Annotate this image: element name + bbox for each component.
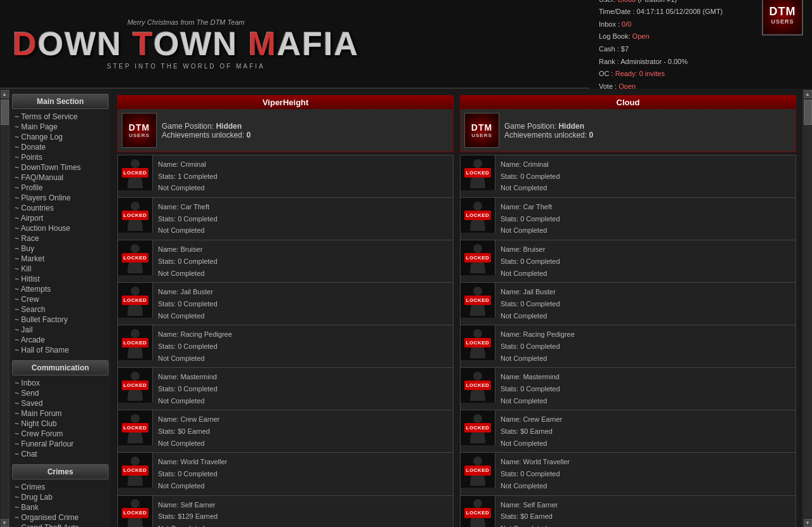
inbox-link[interactable]: 0/0 — [622, 20, 631, 28]
ach-status: Not Completed — [158, 480, 227, 492]
sidebar-link-comm[interactable]: ~ Funeral Parlour — [10, 439, 111, 449]
achievement-info: Name: Self EarnerStats: $129 EarnedNot C… — [153, 496, 223, 528]
header-dtm-badge: DTM USERS — [762, 0, 803, 36]
achievement-info: Name: MastermindStats: 0 CompletedNot Co… — [153, 368, 223, 410]
sidebar-link-main[interactable]: ~ Attempts — [10, 284, 111, 294]
oc-line: OC : Ready: 0 invites — [599, 68, 756, 80]
player-header-0: ViperHeight DTM USERS Game Position: Hid… — [117, 95, 454, 152]
sidebar-link-crime[interactable]: ~ Crimes — [10, 482, 111, 492]
ach-stats: Stats: $0 Earned — [501, 511, 558, 523]
sidebar-link-main[interactable]: ~ Countries — [10, 203, 111, 213]
sidebar-link-comm[interactable]: ~ Night Club — [10, 419, 111, 429]
achievement-row: LOCKEDName: World TravellerStats: 0 Comp… — [117, 453, 454, 495]
user-position: (Position #1) — [638, 0, 677, 3]
sidebar-link-crime[interactable]: ~ Bank — [10, 502, 111, 512]
right-scroll-thumb[interactable] — [804, 100, 812, 125]
sidebar-link-main[interactable]: ~ Kill — [10, 264, 111, 274]
achievement-row: LOCKEDName: Crew EarnerStats: $0 EarnedN… — [460, 410, 796, 453]
achievement-info: Name: BruiserStats: 0 CompletedNot Compl… — [153, 240, 223, 282]
right-scroll-down[interactable]: ▼ — [804, 519, 812, 527]
ach-name: Name: World Traveller — [158, 456, 227, 468]
sidebar-link-main[interactable]: ~ Airport — [10, 213, 111, 223]
right-scroll-up[interactable]: ▲ — [804, 90, 812, 98]
sidebar-link-main[interactable]: ~ DownTown Times — [10, 162, 111, 172]
ach-name: Name: Racing Pedigree — [501, 329, 575, 341]
locked-badge: LOCKED — [122, 338, 149, 348]
sidebar-link-comm[interactable]: ~ Saved — [10, 398, 111, 408]
achievement-row: LOCKEDName: BruiserStats: 0 CompletedNot… — [117, 240, 454, 283]
sidebar-link-main[interactable]: ~ Market — [10, 254, 111, 264]
locked-badge: LOCKED — [122, 296, 149, 305]
scroll-track[interactable] — [1, 100, 9, 517]
ach-stats: Stats: $0 Earned — [158, 426, 219, 438]
sidebar-link-main[interactable]: ~ Terms of Service — [10, 112, 111, 122]
sidebar-link-crime[interactable]: ~ Organised Crime — [10, 512, 111, 523]
sidebar-link-comm[interactable]: ~ Main Forum — [10, 408, 111, 419]
sidebar-link-main[interactable]: ~ Arcade — [10, 335, 111, 345]
locked-overlay: LOCKED — [461, 410, 495, 445]
sidebar-link-main[interactable]: ~ Hall of Shame — [10, 345, 111, 355]
sidebar-link-main[interactable]: ~ Hitlist — [10, 274, 111, 284]
oc-link[interactable]: Ready: 0 invites — [615, 70, 665, 77]
logbook-line: Log Book: Open — [599, 31, 756, 42]
sidebar-link-main[interactable]: ~ Search — [10, 304, 111, 315]
sidebar-link-crime[interactable]: ~ Grand Theft Auto — [10, 523, 111, 527]
sidebar-link-main[interactable]: ~ Players Online — [10, 193, 111, 203]
header: Merry Christmas from The DTM Team DOWN T… — [0, 0, 812, 89]
sidebar-link-main[interactable]: ~ Main Page — [10, 122, 111, 132]
inbox-label: Inbox : — [599, 20, 620, 28]
sidebar-link-comm[interactable]: ~ Send — [10, 388, 111, 398]
sidebar-link-main[interactable]: ~ Buy — [10, 244, 111, 254]
sidebar-link-main[interactable]: ~ Auction House — [10, 223, 111, 233]
ach-name: Name: Car Theft — [501, 201, 560, 213]
achievement-row: LOCKEDName: Jail BusterStats: 0 Complete… — [460, 283, 796, 325]
locked-badge: LOCKED — [464, 168, 492, 178]
sidebar-link-comm[interactable]: ~ Inbox — [10, 378, 111, 388]
right-scroll-track[interactable] — [804, 100, 812, 517]
achievement-row: LOCKEDName: Self EarnerStats: $129 Earne… — [117, 496, 454, 528]
scroll-down-arrow[interactable]: ▼ — [1, 519, 9, 527]
ach-status: Not Completed — [501, 310, 560, 322]
achievement-row: LOCKEDName: Car TheftStats: 0 CompletedN… — [117, 198, 454, 240]
achievement-icon: LOCKED — [118, 453, 153, 488]
achievement-row: LOCKEDName: Racing PedigreeStats: 0 Comp… — [460, 325, 796, 368]
sidebar-link-crime[interactable]: ~ Drug Lab — [10, 492, 111, 502]
inbox-line: Inbox : 0/0 — [599, 19, 756, 30]
ach-status: Not Completed — [158, 438, 219, 450]
sidebar-link-main[interactable]: ~ Donate — [10, 142, 111, 152]
ach-name: Name: Bruiser — [158, 244, 218, 256]
ach-stats: Stats: 0 Completed — [501, 468, 570, 480]
sidebar-link-main[interactable]: ~ Points — [10, 152, 111, 162]
sidebar-link-main[interactable]: ~ Crew — [10, 294, 111, 304]
content-area: ViperHeight DTM USERS Game Position: Hid… — [111, 89, 802, 527]
sidebar-link-main[interactable]: ~ Bullet Factory — [10, 315, 111, 325]
ach-stats: Stats: 0 Completed — [501, 213, 560, 225]
sidebar-link-comm[interactable]: ~ Chat — [10, 449, 111, 459]
sidebar-link-main[interactable]: ~ FAQ/Manual — [10, 172, 111, 183]
scroll-thumb[interactable] — [1, 100, 9, 125]
left-scrollbar[interactable]: ▲ ▼ — [0, 89, 10, 527]
sidebar-link-comm[interactable]: ~ Crew Forum — [10, 429, 111, 439]
achievement-icon: LOCKED — [461, 325, 495, 360]
achievements-0: Achievements unlocked: 0 — [162, 131, 251, 140]
logbook-link[interactable]: Open — [632, 32, 650, 40]
ach-status: Not Completed — [501, 224, 560, 237]
right-scrollbar[interactable]: ▲ ▼ — [802, 89, 812, 527]
ach-stats: Stats: 0 Completed — [501, 298, 560, 310]
locked-overlay: LOCKED — [461, 198, 495, 233]
ach-stats: Stats: 0 Completed — [158, 341, 232, 353]
achievement-icon: LOCKED — [461, 410, 495, 445]
sidebar-link-main[interactable]: ~ Jail — [10, 325, 111, 335]
ach-stats: Stats: $0 Earned — [501, 426, 562, 438]
sidebar-link-main[interactable]: ~ Race — [10, 233, 111, 244]
scroll-up-arrow[interactable]: ▲ — [1, 90, 9, 98]
user-name-link[interactable]: Cloud — [617, 0, 636, 3]
sidebar-link-main[interactable]: ~ Profile — [10, 183, 111, 193]
sidebar-link-main[interactable]: ~ Change Log — [10, 132, 111, 142]
achievement-info: Name: Jail BusterStats: 0 CompletedNot C… — [153, 283, 223, 325]
ach-status: Not Completed — [158, 353, 232, 365]
ach-stats: Stats: 0 Completed — [501, 256, 560, 268]
ach-status: Not Completed — [501, 395, 560, 407]
achievement-icon: LOCKED — [461, 240, 495, 275]
locked-badge: LOCKED — [122, 253, 149, 263]
